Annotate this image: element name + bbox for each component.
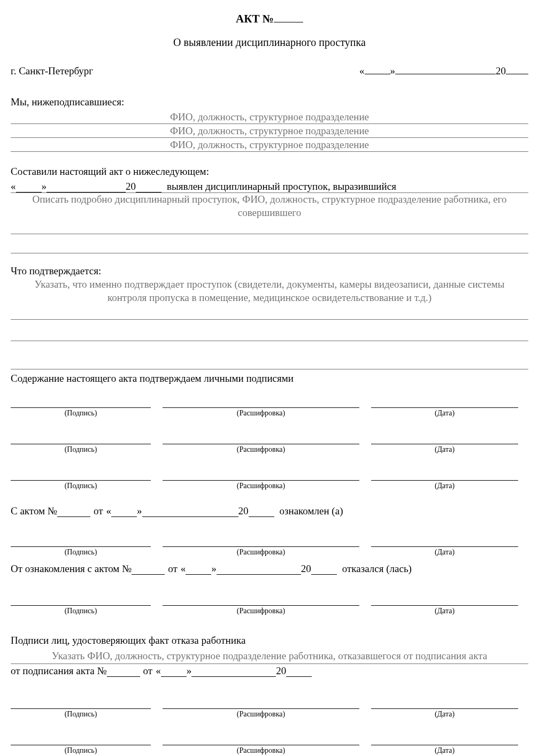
signature-label: (Подпись) bbox=[65, 746, 97, 755]
signature-label: (Подпись) bbox=[65, 710, 97, 719]
signatory-field-1[interactable]: ФИО, должность, структурное подразделени… bbox=[11, 110, 528, 124]
date-day-field[interactable] bbox=[365, 63, 390, 74]
quote-close: » bbox=[137, 505, 142, 517]
refuse-suffix: отказался (лась) bbox=[342, 563, 412, 575]
date-field[interactable] bbox=[371, 697, 518, 709]
refusal-sig-intro: Подписи лиц, удостоверяющих факт отказа … bbox=[11, 635, 528, 646]
date-label: (Дата) bbox=[435, 607, 455, 615]
title-prefix: АКТ № bbox=[236, 12, 274, 25]
misconduct-year-field[interactable] bbox=[136, 181, 161, 192]
quote-close: » bbox=[390, 65, 396, 76]
date-field[interactable] bbox=[371, 469, 518, 481]
placeholder-text: ФИО, должность, структурное подразделени… bbox=[170, 125, 369, 137]
date-field[interactable] bbox=[371, 396, 518, 408]
refusal-hint: Указать ФИО, должность, структурное подр… bbox=[11, 650, 528, 663]
refuse-number-field[interactable] bbox=[132, 563, 165, 575]
year-prefix: 20 bbox=[496, 65, 506, 76]
year-prefix: 20 bbox=[276, 665, 286, 677]
signature-row: (Подпись) (Расшифровка) (Дата) bbox=[11, 734, 528, 755]
name-field[interactable] bbox=[163, 433, 359, 444]
date-field[interactable] bbox=[371, 535, 518, 547]
date-label: (Дата) bbox=[435, 746, 455, 755]
misconduct-suffix: выявлен дисциплинарный проступок, вырази… bbox=[167, 181, 396, 192]
quote-open: « bbox=[359, 65, 365, 76]
name-field[interactable] bbox=[163, 697, 359, 709]
date-field[interactable] bbox=[371, 594, 518, 606]
signature-label: (Подпись) bbox=[65, 409, 97, 418]
date-label: (Дата) bbox=[435, 409, 455, 418]
year-prefix: 20 bbox=[238, 505, 249, 517]
quote-close: » bbox=[211, 563, 217, 575]
signature-field[interactable] bbox=[11, 697, 151, 709]
name-label: (Расшифровка) bbox=[237, 445, 285, 454]
name-field[interactable] bbox=[163, 469, 359, 481]
name-field[interactable] bbox=[163, 535, 359, 547]
signature-row: (Подпись) (Расшифровка) (Дата) bbox=[11, 433, 528, 454]
date-month-field[interactable] bbox=[395, 63, 496, 74]
signature-row: (Подпись) (Расшифровка) (Дата) bbox=[11, 697, 528, 719]
signatory-field-2[interactable]: ФИО, должность, структурное подразделени… bbox=[11, 124, 528, 138]
document-title: АКТ № bbox=[11, 11, 528, 26]
refusal-act-month-field[interactable] bbox=[191, 665, 276, 677]
signature-row: (Подпись) (Расшифровка) (Дата) bbox=[11, 535, 528, 557]
date-field[interactable] bbox=[371, 734, 518, 745]
name-label: (Расшифровка) bbox=[237, 607, 285, 615]
year-prefix: 20 bbox=[301, 563, 311, 575]
name-field[interactable] bbox=[163, 734, 359, 745]
refusal-act-row: от подписания акта № от «»20 bbox=[11, 665, 528, 677]
signature-label: (Подпись) bbox=[65, 607, 97, 615]
acknowledge-row: С актом № от «»20 ознакомлен (а) bbox=[11, 505, 528, 517]
name-label: (Расшифровка) bbox=[237, 482, 285, 490]
signature-field[interactable] bbox=[11, 594, 151, 606]
refusal-act-day-field[interactable] bbox=[161, 665, 187, 677]
signature-row: (Подпись) (Расшифровка) (Дата) bbox=[11, 396, 528, 418]
date-label: (Дата) bbox=[435, 445, 455, 454]
signatory-field-3[interactable]: ФИО, должность, структурное подразделени… bbox=[11, 138, 528, 152]
refuse-row: От ознакомления с актом № от «»20 отказа… bbox=[11, 563, 528, 575]
from-word: от bbox=[94, 505, 103, 517]
ack-number-field[interactable] bbox=[57, 505, 90, 517]
name-label: (Расшифровка) bbox=[237, 746, 285, 755]
signature-field[interactable] bbox=[11, 734, 151, 745]
act-number-field[interactable] bbox=[274, 11, 303, 22]
refusal-act-number-field[interactable] bbox=[107, 665, 140, 677]
refuse-day-field[interactable] bbox=[186, 563, 211, 575]
date-field[interactable] bbox=[371, 433, 518, 444]
ack-prefix: С актом № bbox=[11, 505, 57, 517]
signature-field[interactable] bbox=[11, 396, 151, 408]
confirmed-field-2[interactable] bbox=[11, 320, 528, 341]
refuse-year-field[interactable] bbox=[311, 563, 337, 575]
city-label: г. Санкт-Петербург bbox=[11, 65, 93, 77]
year-prefix: 20 bbox=[126, 181, 136, 192]
signature-label: (Подпись) bbox=[65, 445, 97, 454]
date-label: (Дата) bbox=[435, 482, 455, 490]
refusal-field-underline bbox=[11, 664, 528, 664]
ack-year-field[interactable] bbox=[249, 505, 274, 517]
signature-field[interactable] bbox=[11, 469, 151, 481]
ack-day-field[interactable] bbox=[111, 505, 137, 517]
signature-row: (Подпись) (Расшифровка) (Дата) bbox=[11, 594, 528, 615]
confirmed-field-1[interactable] bbox=[11, 306, 528, 320]
misconduct-field-2[interactable] bbox=[11, 234, 528, 253]
refusal-act-year-field[interactable] bbox=[286, 665, 312, 677]
refuse-month-field[interactable] bbox=[217, 563, 301, 575]
document-subtitle: О выявлении дисциплинарного проступка bbox=[11, 36, 528, 49]
misconduct-month-field[interactable] bbox=[47, 181, 126, 192]
quote-close: » bbox=[187, 665, 192, 677]
refuse-prefix: От ознакомления с актом № bbox=[11, 563, 132, 575]
name-field[interactable] bbox=[163, 594, 359, 606]
quote-open: « bbox=[106, 505, 112, 517]
date-year-field[interactable] bbox=[506, 63, 528, 74]
misconduct-day-field[interactable] bbox=[16, 181, 42, 192]
name-field[interactable] bbox=[163, 396, 359, 408]
signature-row: (Подпись) (Расшифровка) (Дата) bbox=[11, 469, 528, 490]
from-word: от bbox=[143, 665, 153, 677]
signature-field[interactable] bbox=[11, 433, 151, 444]
misconduct-field-1[interactable] bbox=[11, 220, 528, 234]
ack-month-field[interactable] bbox=[142, 505, 238, 517]
misconduct-date-row: «»20 выявлен дисциплинарный проступок, в… bbox=[11, 181, 528, 193]
confirmed-label: Что подтверждается: bbox=[11, 265, 528, 277]
ack-suffix: ознакомлен (а) bbox=[280, 505, 343, 517]
signature-field[interactable] bbox=[11, 535, 151, 547]
name-label: (Расшифровка) bbox=[237, 548, 285, 557]
